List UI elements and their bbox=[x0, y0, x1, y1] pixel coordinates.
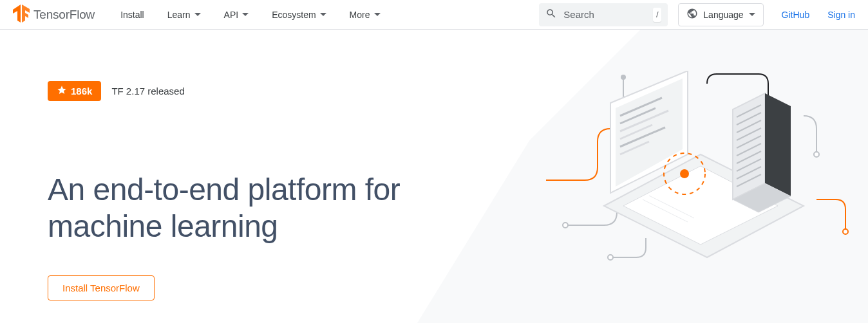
release-note[interactable]: TF 2.17 released bbox=[111, 86, 184, 97]
search-input[interactable] bbox=[563, 9, 646, 20]
brand-logo[interactable]: TensorFlow bbox=[13, 5, 95, 25]
nav-install[interactable]: Install bbox=[120, 10, 144, 20]
github-link[interactable]: GitHub bbox=[782, 10, 810, 20]
caret-down-icon bbox=[320, 13, 326, 17]
svg-marker-0 bbox=[13, 5, 21, 23]
nav-more-label: More bbox=[350, 10, 370, 20]
hero-illustration bbox=[546, 71, 849, 277]
search-box[interactable]: / bbox=[539, 3, 668, 26]
primary-nav: Install Learn API Ecosystem More bbox=[120, 10, 380, 20]
language-selector[interactable]: Language bbox=[678, 3, 763, 26]
nav-learn-label: Learn bbox=[167, 10, 191, 20]
svg-marker-19 bbox=[733, 93, 765, 199]
star-icon bbox=[57, 85, 67, 97]
caret-down-icon bbox=[749, 13, 755, 17]
nav-ecosystem[interactable]: Ecosystem bbox=[272, 10, 326, 20]
svg-marker-20 bbox=[765, 93, 791, 196]
github-stars-badge[interactable]: 186k bbox=[48, 81, 101, 101]
globe-icon bbox=[686, 8, 698, 21]
nav-install-label: Install bbox=[120, 10, 144, 20]
language-label: Language bbox=[703, 10, 743, 20]
caret-down-icon bbox=[242, 13, 249, 17]
caret-down-icon bbox=[374, 13, 381, 17]
install-tensorflow-button[interactable]: Install TensorFlow bbox=[48, 275, 155, 300]
svg-point-33 bbox=[680, 169, 689, 178]
search-shortcut-key: / bbox=[653, 8, 661, 22]
svg-marker-1 bbox=[22, 5, 30, 23]
hero-title: An end-to-end platform for machine learn… bbox=[48, 172, 498, 245]
svg-point-2 bbox=[563, 223, 568, 228]
search-icon bbox=[545, 8, 557, 22]
tensorflow-icon bbox=[13, 5, 30, 25]
nav-api[interactable]: API bbox=[224, 10, 249, 20]
nav-more[interactable]: More bbox=[350, 10, 381, 20]
svg-point-4 bbox=[814, 152, 819, 157]
site-header: TensorFlow Install Learn API Ecosystem M… bbox=[0, 0, 868, 30]
signin-link[interactable]: Sign in bbox=[827, 10, 855, 20]
nav-ecosystem-label: Ecosystem bbox=[272, 10, 316, 20]
svg-point-6 bbox=[608, 255, 613, 260]
star-count: 186k bbox=[71, 86, 92, 97]
svg-point-5 bbox=[843, 229, 848, 234]
nav-learn[interactable]: Learn bbox=[167, 10, 201, 20]
brand-name: TensorFlow bbox=[33, 8, 95, 22]
caret-down-icon bbox=[194, 13, 201, 17]
nav-api-label: API bbox=[224, 10, 239, 20]
